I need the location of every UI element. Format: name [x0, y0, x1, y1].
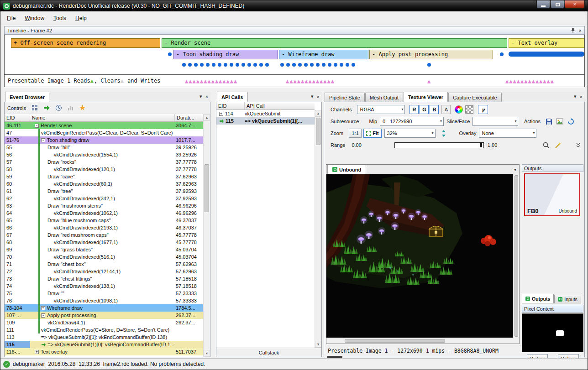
expander-plus-icon[interactable]: + [41, 306, 45, 310]
io-tab-inputs[interactable]: Inputs [554, 295, 581, 303]
event-row[interactable]: 116-...+Text overlay511.7037 [5, 348, 203, 355]
scrollbar-thumb[interactable] [316, 118, 320, 145]
write-marker-icon[interactable]: ▲ [543, 78, 546, 84]
event-row[interactable]: 109vkCmdDraw(4,1)262.37... [5, 319, 203, 326]
event-row[interactable]: 75Draw ""57.33333 [5, 290, 203, 297]
write-marker-icon[interactable]: ▲ [536, 78, 539, 84]
zoom-1to1-button[interactable]: 1:1 [349, 129, 362, 138]
zoom-dropdown[interactable]: 32%▾ [384, 129, 436, 138]
menu-item-help[interactable]: Help [71, 13, 91, 23]
tab-event-browser[interactable]: Event Browser [5, 92, 49, 102]
event-row[interactable]: 76vkCmdDrawIndexed(1098,1)57.33333 [5, 297, 203, 304]
timeline-section-bar[interactable]: - Wireframe draw [279, 50, 368, 59]
event-row[interactable]: 70vkCmdDrawIndexed(516,1)45.03704 [5, 253, 203, 261]
menu-item-file[interactable]: File [2, 13, 20, 23]
range-slider[interactable] [394, 142, 484, 148]
write-marker-icon[interactable]: ▲ [301, 78, 304, 84]
write-marker-icon[interactable]: ▲ [528, 78, 531, 84]
write-marker-icon[interactable]: ▲ [196, 78, 200, 84]
write-marker-icon[interactable]: ▲ [185, 78, 189, 84]
timeline-draw-dot[interactable] [194, 63, 198, 67]
go-to-current-event-icon[interactable] [42, 104, 52, 113]
event-row[interactable]: 111vkCmdEndRenderPass(C=Store, D=Store, … [5, 326, 203, 334]
event-row[interactable]: 67Draw "red mushroom caps"45.77778 [5, 231, 203, 239]
alpha-background-icon[interactable] [465, 105, 473, 114]
write-marker-icon[interactable]: ▲ [286, 78, 289, 84]
timeline-draw-dot[interactable] [280, 63, 284, 67]
write-marker-icon[interactable]: ▲ [312, 78, 316, 84]
fit-button[interactable]: Fit [363, 129, 381, 138]
event-row[interactable]: 63Draw "mushroom stems"46.96296 [5, 202, 203, 209]
event-row[interactable]: 115=> vkQueueSubmit(1)[0]: vkBeginComman… [5, 341, 203, 348]
timeline-draw-dot[interactable] [188, 63, 192, 67]
event-row[interactable]: 57Draw "rocks"37.77778 [5, 158, 203, 166]
api-calls-vscrollbar[interactable]: ▲ ▼ [315, 110, 321, 348]
overlay-dropdown[interactable]: None▾ [479, 129, 536, 138]
timeline-section-bar[interactable]: - Toon shading draw [173, 50, 278, 59]
event-row[interactable]: 55Draw "hill"39.25926 [5, 144, 203, 151]
close-icon[interactable]: × [205, 94, 208, 99]
write-marker-icon[interactable]: ▲ [505, 78, 509, 84]
tab-capture-executable[interactable]: Capture Executable [448, 93, 502, 102]
channel-g-button[interactable]: G [420, 105, 429, 114]
write-marker-icon[interactable]: ▲ [308, 78, 312, 84]
timeline-draw-dot[interactable] [182, 63, 186, 67]
write-marker-icon[interactable]: ▲ [331, 78, 335, 84]
event-row[interactable]: 61Draw "tree"37.92593 [5, 188, 203, 195]
timeline-draw-dot[interactable] [212, 63, 215, 67]
event-browser-vscrollbar[interactable]: ▲ ▼ [203, 114, 210, 357]
event-row[interactable]: 64vkCmdDrawIndexed(1062,1)46.96296 [5, 209, 203, 217]
event-row[interactable]: 60vkCmdDrawIndexed(60,1)37.62963 [5, 180, 203, 188]
texture-hscrollbar[interactable] [326, 338, 513, 344]
slice-face-dropdown[interactable]: ▾ [472, 117, 518, 126]
write-marker-icon[interactable]: ▲ [551, 78, 554, 84]
menu-item-window[interactable]: Window [20, 13, 49, 23]
event-row[interactable]: 65Draw "blue mushroom caps"46.37037 [5, 217, 203, 224]
fb0-thumbnail[interactable]: FB0 Unbound [524, 173, 580, 216]
write-marker-icon[interactable]: ▲ [219, 78, 222, 84]
timeline-draw-dot[interactable] [168, 52, 172, 56]
write-marker-icon[interactable]: ▲ [204, 78, 207, 84]
tab-unbound[interactable]: Unbound [327, 165, 366, 174]
write-marker-icon[interactable]: ▲ [192, 78, 196, 84]
event-row[interactable]: 107-...-Apply post processing262.37... [5, 312, 203, 319]
event-row[interactable]: 78-104+Wireframe draw1784.5... [5, 304, 203, 312]
custom-channels-icon[interactable] [455, 105, 463, 114]
tab-pipeline-state[interactable]: Pipeline State [325, 93, 365, 102]
maximize-button[interactable] [551, 0, 564, 9]
timeline-draw-dot[interactable] [310, 63, 314, 67]
texture-image[interactable] [326, 174, 513, 338]
write-marker-icon[interactable]: ▲ [200, 78, 204, 84]
timeline-draw-dot[interactable] [340, 63, 343, 67]
timeline-draw-dot[interactable] [322, 63, 326, 67]
chevron-down-icon[interactable]: ▾ [514, 167, 516, 172]
find-event-icon[interactable] [31, 104, 40, 113]
timeline-draw-dot[interactable] [304, 63, 308, 67]
timeline-draw-dot[interactable] [286, 63, 290, 67]
timeline-draw-dot[interactable] [224, 63, 227, 67]
write-marker-icon[interactable]: ▲ [234, 78, 237, 84]
column-duration[interactable]: Durati... [175, 114, 203, 121]
timeline-draw-dot[interactable] [265, 63, 269, 67]
expander-plus-icon[interactable]: + [219, 112, 223, 116]
event-row[interactable]: 68vkCmdDrawIndexed(1677,1)45.77778 [5, 239, 203, 246]
write-marker-icon[interactable]: ▲ [509, 78, 513, 84]
timeline-draw-dot[interactable] [236, 63, 239, 67]
statistics-icon[interactable] [66, 104, 75, 113]
write-marker-icon[interactable]: ▲ [215, 78, 219, 84]
event-row[interactable]: 58vkCmdDrawIndexed(120,1)37.77778 [5, 166, 203, 173]
timeline-section-bar[interactable]: - Render scene [162, 38, 507, 48]
column-eid[interactable]: EID [216, 102, 245, 109]
column-name[interactable]: Name [30, 114, 175, 121]
zoom-range-icon[interactable] [541, 141, 551, 150]
scroll-down-icon[interactable]: ▼ [204, 350, 210, 357]
event-row[interactable]: 46-111-Render scene3064.7... [5, 122, 203, 129]
timeline-draw-dot[interactable] [242, 63, 245, 67]
bookmark-star-icon[interactable] [78, 104, 87, 113]
write-marker-icon[interactable]: ▲ [230, 78, 234, 84]
open-image-icon[interactable] [555, 117, 564, 126]
expander-plus-icon[interactable]: + [35, 350, 39, 354]
event-row[interactable]: 73Draw "chest fittings"57.18518 [5, 275, 203, 282]
chevron-down-icon[interactable]: ▾ [574, 94, 577, 99]
scrollbar-thumb[interactable] [345, 339, 445, 343]
